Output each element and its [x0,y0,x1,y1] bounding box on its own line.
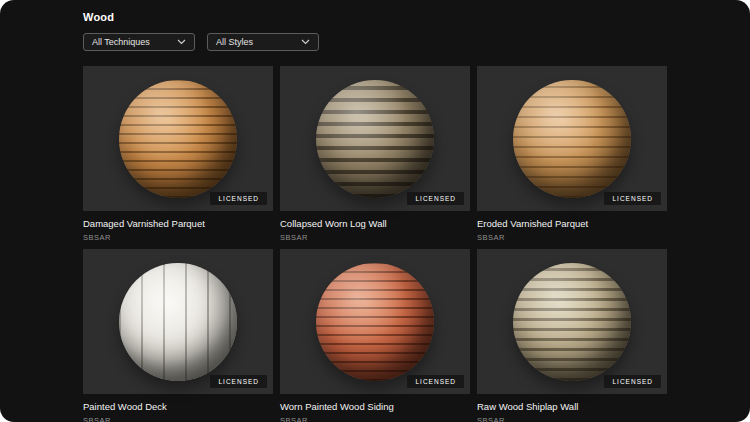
licensed-badge: LICENSED [407,375,464,388]
material-title: Collapsed Worn Log Wall [280,218,470,229]
material-format: SBSAR [83,416,273,422]
material-card-collapsed-worn-log-wall[interactable]: LICENSED Collapsed Worn Log Wall SBSAR [280,66,470,242]
material-format: SBSAR [477,233,667,242]
content-area: Wood All Techniques All Styles LICENSED [0,0,750,422]
material-sphere-preview [316,80,434,198]
material-card-worn-painted-wood-siding[interactable]: LICENSED Worn Painted Wood Siding SBSAR [280,249,470,422]
licensed-badge: LICENSED [604,375,661,388]
styles-filter-dropdown[interactable]: All Styles [207,33,319,51]
material-title: Painted Wood Deck [83,401,273,412]
material-thumbnail[interactable]: LICENSED [280,249,470,394]
assets-browser-panel: Wood All Techniques All Styles LICENSED [0,0,750,422]
material-thumbnail[interactable]: LICENSED [280,66,470,211]
material-card-raw-wood-shiplap-wall[interactable]: LICENSED Raw Wood Shiplap Wall SBSAR [477,249,667,422]
material-title: Raw Wood Shiplap Wall [477,401,667,412]
licensed-badge: LICENSED [604,192,661,205]
material-card-painted-wood-deck[interactable]: LICENSED Painted Wood Deck SBSAR [83,249,273,422]
material-sphere-preview [119,263,237,381]
material-format: SBSAR [477,416,667,422]
techniques-filter-dropdown[interactable]: All Techniques [83,33,195,51]
material-title: Damaged Varnished Parquet [83,218,273,229]
material-format: SBSAR [83,233,273,242]
material-thumbnail[interactable]: LICENSED [477,66,667,211]
techniques-filter-value: All Techniques [92,37,150,47]
material-title: Eroded Varnished Parquet [477,218,667,229]
chevron-down-icon [301,39,310,45]
material-thumbnail[interactable]: LICENSED [83,66,273,211]
licensed-badge: LICENSED [210,192,267,205]
material-format: SBSAR [280,233,470,242]
filters-row: All Techniques All Styles [83,33,750,51]
material-sphere-preview [513,80,631,198]
material-card-damaged-varnished-parquet[interactable]: LICENSED Damaged Varnished Parquet SBSAR [83,66,273,242]
material-card-eroded-varnished-parquet[interactable]: LICENSED Eroded Varnished Parquet SBSAR [477,66,667,242]
materials-grid: LICENSED Damaged Varnished Parquet SBSAR… [83,66,750,422]
material-thumbnail[interactable]: LICENSED [83,249,273,394]
licensed-badge: LICENSED [210,375,267,388]
material-sphere-preview [119,80,237,198]
material-title: Worn Painted Wood Siding [280,401,470,412]
material-sphere-preview [316,263,434,381]
material-format: SBSAR [280,416,470,422]
licensed-badge: LICENSED [407,192,464,205]
material-thumbnail[interactable]: LICENSED [477,249,667,394]
styles-filter-value: All Styles [216,37,253,47]
page-title: Wood [83,11,750,23]
chevron-down-icon [177,39,186,45]
material-sphere-preview [513,263,631,381]
